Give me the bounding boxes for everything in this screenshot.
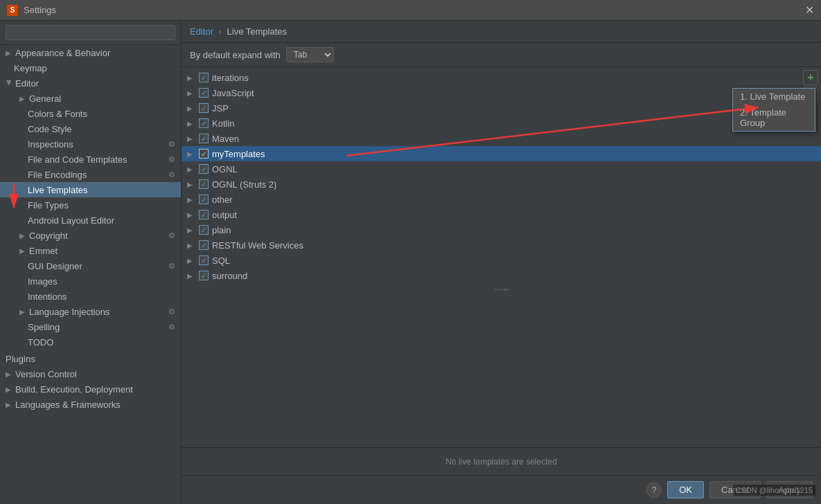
template-group-sql[interactable]: ▶ ✓ SQL [182,253,821,268]
checkbox-restful[interactable]: ✓ [199,240,209,250]
sidebar-item-images[interactable]: Images [0,273,181,289]
status-bar: No live templates are selected [182,447,821,475]
checkbox-sql[interactable]: ✓ [199,255,209,265]
sidebar-item-languages-frameworks[interactable]: ▶ Languages & Frameworks [0,397,181,412]
checkbox-maven[interactable]: ✓ [199,134,209,143]
template-group-plain[interactable]: ▶ ✓ plain [182,222,821,237]
template-group-iterations[interactable]: ▶ ✓ iterations [182,70,821,85]
sidebar-item-intentions[interactable]: Intentions [0,289,181,304]
template-group-mytemplates[interactable]: ▶ ✓ myTemplates [182,146,821,161]
settings-window: S Settings ✕ ▶ Appearance & Behavior Key… [0,0,821,504]
template-list: ▶ ✓ iterations ▶ ✓ JavaScript ▶ ✓ JS [182,67,821,447]
popup-item-template-group[interactable]: 2. Template Group [733,105,815,131]
sidebar-item-copyright[interactable]: ▶ Copyright ⚙ [0,228,181,243]
sidebar-item-code-style[interactable]: Code Style [0,121,181,136]
template-group-javascript[interactable]: ▶ ✓ JavaScript [182,85,821,100]
arrow-icon: ▶ [6,386,12,393]
sidebar-item-file-encodings[interactable]: File Encodings ⚙ [0,167,181,182]
sidebar-item-spelling[interactable]: Spelling ⚙ [0,319,181,334]
sidebar-item-general[interactable]: ▶ General [0,91,181,106]
sidebar-item-plugins[interactable]: Plugins [0,351,181,366]
checkbox-iterations[interactable]: ✓ [199,73,209,82]
sidebar-item-language-injections[interactable]: ▶ Language Injections ⚙ [0,304,181,319]
template-group-kotlin[interactable]: ▶ ✓ Kotlin [182,116,821,131]
group-name: RESTful Web Services [212,240,303,251]
popup-menu: 1. Live Template 2. Template Group [732,88,815,132]
sidebar-label: Plugins [6,354,35,364]
sidebar-item-colors-fonts[interactable]: Colors & Fonts [0,106,181,121]
sidebar-item-emmet[interactable]: ▶ Emmet [0,243,181,258]
sidebar-item-editor[interactable]: ▶ Editor [0,75,181,91]
arrow-icon: ▶ [19,232,26,240]
template-group-ognl-struts2[interactable]: ▶ ✓ OGNL (Struts 2) [182,177,821,192]
group-name: JSP [212,103,229,114]
sidebar-item-version-control[interactable]: ▶ Version Control [0,366,181,381]
checkbox-jsp[interactable]: ✓ [199,103,209,113]
sidebar-label: Inspections [28,139,73,150]
breadcrumb-part2: Live Templates [227,26,287,37]
expand-label: By default expand with [190,50,281,60]
sidebar-item-todo[interactable]: TODO [0,334,181,350]
arrow-icon: ▶ [6,80,13,87]
checkbox-other[interactable]: ✓ [199,195,209,204]
arrow-icon: ▶ [187,211,195,219]
sidebar-label: Languages & Frameworks [15,399,121,410]
search-input[interactable] [6,25,175,40]
title-bar: S Settings ✕ [0,0,821,21]
group-name: surround [212,271,247,281]
expand-select[interactable]: Tab Enter Space [286,47,334,62]
help-button[interactable]: ? [646,483,662,498]
sidebar-label: Keymap [14,63,47,73]
checkbox-javascript[interactable]: ✓ [199,88,209,98]
checkbox-mytemplates[interactable]: ✓ [199,149,209,159]
sidebar-label: TODO [28,337,53,348]
sidebar-item-android-layout-editor[interactable]: Android Layout Editor [0,213,181,228]
sidebar-label: Android Layout Editor [28,215,114,226]
checkbox-ognl-struts2[interactable]: ✓ [199,179,209,189]
sidebar-item-file-types[interactable]: File Types [0,197,181,213]
checkbox-plain[interactable]: ✓ [199,225,209,235]
sidebar-item-build-execution[interactable]: ▶ Build, Execution, Deployment [0,381,181,397]
arrow-icon: ▶ [187,74,195,82]
arrow-icon: ▶ [187,135,195,143]
right-panel: Editor › Live Templates By default expan… [182,21,821,504]
sidebar-item-appearance[interactable]: ▶ Appearance & Behavior [0,45,181,60]
sidebar-label: File and Code Templates [28,154,127,165]
arrow-icon: ▶ [6,370,12,378]
settings-icon: ⚙ [168,155,175,164]
group-name: output [212,210,237,220]
add-button[interactable]: + [803,70,818,85]
group-name: OGNL (Struts 2) [212,179,276,190]
checkbox-output[interactable]: ✓ [199,210,209,219]
template-group-maven[interactable]: ▶ ✓ Maven [182,131,821,146]
sidebar-item-keymap[interactable]: Keymap [0,60,181,75]
ok-button[interactable]: OK [667,481,704,498]
template-group-restful[interactable]: ▶ ✓ RESTful Web Services [182,237,821,253]
sidebar-item-file-code-templates[interactable]: File and Code Templates ⚙ [0,152,181,167]
checkbox-kotlin[interactable]: ✓ [199,118,209,128]
main-content: ▶ Appearance & Behavior Keymap ▶ Editor … [0,21,821,504]
sidebar-item-gui-designer[interactable]: GUI Designer ⚙ [0,258,181,273]
checkbox-surround[interactable]: ✓ [199,271,209,280]
popup-item-live-template[interactable]: 1. Live Template [733,89,815,105]
sidebar-label: GUI Designer [28,261,82,271]
template-group-jsp[interactable]: ▶ ✓ JSP [182,100,821,116]
template-group-surround[interactable]: ▶ ✓ surround [182,268,821,283]
sidebar-label: File Types [28,200,69,210]
no-selection-text: No live templates are selected [445,457,557,467]
breadcrumb-part1[interactable]: Editor [190,26,213,37]
template-group-ognl[interactable]: ▶ ✓ OGNL [182,161,821,177]
sidebar-label: Code Style [28,124,72,134]
sidebar-item-inspections[interactable]: Inspections ⚙ [0,136,181,152]
sidebar-label: Copyright [29,231,68,241]
template-group-output[interactable]: ▶ ✓ output [182,207,821,222]
breadcrumb: Editor › Live Templates [182,21,821,43]
arrow-icon: ▶ [19,247,26,255]
toolbar: By default expand with Tab Enter Space [182,43,821,67]
checkbox-ognl[interactable]: ✓ [199,164,209,174]
group-name: myTemplates [212,149,265,159]
close-button[interactable]: ✕ [805,5,814,16]
sidebar-item-live-templates[interactable]: Live Templates [0,182,181,197]
search-box [0,21,181,45]
template-group-other[interactable]: ▶ ✓ other [182,192,821,207]
